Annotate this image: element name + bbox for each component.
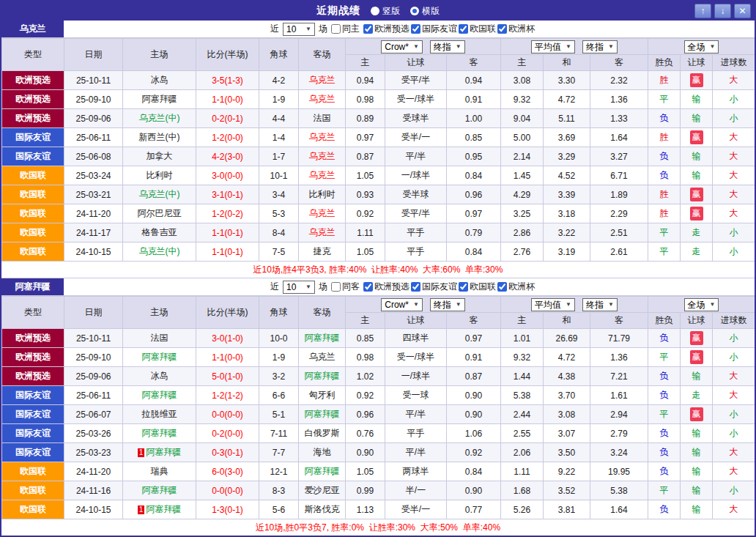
odds-away-cell: 0.96 bbox=[447, 185, 501, 204]
same-venue-checkbox[interactable] bbox=[331, 24, 341, 34]
chevron-down-icon: ▼ bbox=[305, 282, 311, 292]
avg-away-cell: 1.64 bbox=[590, 128, 648, 147]
goals-cell: 大 bbox=[713, 443, 755, 462]
league-filter-checkbox[interactable] bbox=[459, 282, 468, 292]
league-filter[interactable]: 欧国联 bbox=[459, 281, 496, 293]
result-cell: 胜 bbox=[648, 185, 681, 204]
handicap-result-badge: 输 bbox=[691, 484, 702, 497]
league-filter-label: 欧洲杯 bbox=[508, 23, 535, 35]
near-label: 近 bbox=[270, 23, 279, 35]
handicap-result-badge: 赢 bbox=[690, 207, 703, 221]
league-filter-checkbox[interactable] bbox=[459, 24, 468, 34]
team-name: 乌克兰 bbox=[1, 21, 64, 37]
move-down-button[interactable]: ↓ bbox=[714, 4, 731, 18]
view-vertical-radio[interactable]: 竖版 bbox=[371, 5, 400, 18]
odds-source-select[interactable]: Crow*▼ bbox=[381, 40, 423, 53]
same-venue-filter[interactable]: 同客 bbox=[331, 281, 360, 293]
odds-time-select[interactable]: 终指▼ bbox=[430, 40, 465, 53]
match-count-value: 10 bbox=[286, 24, 296, 34]
avg-away-cell: 7.21 bbox=[590, 367, 648, 386]
sub-column-header: 进球数 bbox=[713, 55, 755, 71]
date-cell: 25-03-21 bbox=[64, 185, 123, 204]
handicap-result-badge: 输 bbox=[691, 112, 702, 125]
view-horizontal-label: 横版 bbox=[422, 5, 440, 18]
handicap-result-badge: 赢 bbox=[690, 130, 703, 144]
league-filter[interactable]: 欧洲预选 bbox=[363, 23, 410, 35]
odds-home-cell: 1.05 bbox=[346, 462, 385, 481]
handicap-result-cell: 输 bbox=[681, 147, 713, 166]
chevron-down-icon: ▼ bbox=[608, 300, 614, 310]
handicap-result-cell: 赢 bbox=[681, 329, 713, 348]
league-filter-checkbox[interactable] bbox=[363, 282, 373, 292]
avg-time-select[interactable]: 终指▼ bbox=[582, 40, 618, 53]
odds-home-cell: 1.13 bbox=[346, 500, 385, 519]
close-button[interactable]: ✕ bbox=[734, 4, 751, 18]
handicap-result-cell: 走 bbox=[681, 386, 713, 405]
corners-cell: 6-6 bbox=[259, 386, 299, 405]
league-cell: 国际友谊 bbox=[2, 424, 64, 443]
window-buttons: ↑ ↓ ✕ bbox=[694, 4, 751, 18]
match-row: 欧洲预选25-10-11法国3-0(1-0)10-0阿塞拜疆0.85四球半0.9… bbox=[2, 329, 755, 348]
avg-home-cell: 1.44 bbox=[501, 367, 544, 386]
move-up-button[interactable]: ↑ bbox=[694, 4, 711, 18]
handicap-line-cell: 平/半 bbox=[385, 147, 447, 166]
handicap-result-badge: 走 bbox=[691, 389, 702, 401]
column-header-league: 类型 bbox=[2, 39, 64, 71]
sub-column-header: 客 bbox=[447, 55, 501, 71]
league-filter[interactable]: 欧洲杯 bbox=[497, 23, 535, 35]
home-team-cell: 阿塞拜疆 bbox=[123, 386, 196, 405]
league-filter-checkbox[interactable] bbox=[411, 282, 420, 292]
filters-bar: 近 10▼ 场 同客 欧洲预选国际友谊欧国联欧洲杯 bbox=[270, 281, 535, 294]
match-count-select[interactable]: 10▼ bbox=[283, 23, 315, 36]
score-cell: 1-2(0-0) bbox=[196, 128, 259, 147]
goals-cell: 大 bbox=[713, 367, 755, 386]
avg-home-cell: 5.38 bbox=[501, 386, 544, 405]
avg-source-select[interactable]: 平均值▼ bbox=[531, 298, 575, 311]
result-cell: 负 bbox=[648, 166, 681, 185]
chevron-down-icon: ▼ bbox=[413, 300, 419, 310]
score-cell: 3-1(0-1) bbox=[196, 185, 259, 204]
date-cell: 24-10-15 bbox=[64, 500, 123, 519]
same-venue-checkbox[interactable] bbox=[331, 282, 341, 292]
date-cell: 24-11-20 bbox=[64, 204, 123, 223]
odds-home-cell: 0.99 bbox=[346, 481, 385, 500]
league-filter-checkbox[interactable] bbox=[363, 24, 373, 34]
handicap-result-badge: 输 bbox=[691, 446, 702, 459]
chevron-down-icon: ▼ bbox=[456, 300, 462, 310]
match-count-select[interactable]: 10▼ bbox=[283, 281, 315, 294]
league-filter-checkbox[interactable] bbox=[497, 282, 507, 292]
column-header-score: 比分(半场) bbox=[196, 297, 259, 329]
league-filter[interactable]: 欧国联 bbox=[459, 23, 496, 35]
odds-away-cell: 0.87 bbox=[447, 367, 501, 386]
handicap-result-badge: 输 bbox=[691, 370, 702, 382]
avg-time-select[interactable]: 终指▼ bbox=[582, 298, 618, 311]
scope-select[interactable]: 全场▼ bbox=[684, 298, 719, 311]
odds-away-cell: 0.84 bbox=[447, 462, 501, 481]
league-filter[interactable]: 国际友谊 bbox=[411, 23, 457, 35]
league-filter[interactable]: 欧洲预选 bbox=[363, 281, 410, 293]
league-filter[interactable]: 欧洲杯 bbox=[497, 281, 535, 293]
league-filter-checkbox[interactable] bbox=[411, 24, 420, 34]
recent-results-window: 近期战绩 竖版 横版 ↑ ↓ ✕ 乌克兰 近 10▼ 场 bbox=[0, 0, 756, 537]
match-row: 欧国联24-11-20瑞典6-0(3-0)12-1阿塞拜疆1.05两球半0.84… bbox=[2, 462, 755, 481]
odds-source-select[interactable]: Crow*▼ bbox=[381, 298, 423, 311]
league-filter-checkbox[interactable] bbox=[497, 24, 507, 34]
avg-source-select[interactable]: 平均值▼ bbox=[531, 40, 575, 53]
result-cell: 负 bbox=[648, 500, 681, 519]
match-count-value: 10 bbox=[286, 282, 296, 292]
league-filter[interactable]: 国际友谊 bbox=[411, 281, 457, 293]
odds-home-cell: 0.89 bbox=[346, 109, 385, 128]
goals-cell: 小 bbox=[713, 405, 755, 424]
view-horizontal-radio[interactable]: 横版 bbox=[410, 5, 440, 18]
league-filters: 欧洲预选国际友谊欧国联欧洲杯 bbox=[363, 23, 535, 35]
away-team-cell: 阿塞拜疆 bbox=[299, 367, 346, 386]
scope-select[interactable]: 全场▼ bbox=[684, 40, 719, 53]
league-cell: 欧国联 bbox=[2, 500, 64, 519]
near-label: 近 bbox=[270, 281, 279, 293]
summary-text: 近10场,胜4平3负3, 胜率:40% 让胜率:40% 大率:60% 单率:30… bbox=[1, 262, 755, 278]
handicap-line-cell: 四球半 bbox=[385, 329, 447, 348]
goals-cell: 大 bbox=[713, 500, 755, 519]
odds-time-select[interactable]: 终指▼ bbox=[430, 298, 465, 311]
same-venue-filter[interactable]: 同主 bbox=[331, 23, 360, 35]
league-cell: 欧洲预选 bbox=[2, 109, 64, 128]
